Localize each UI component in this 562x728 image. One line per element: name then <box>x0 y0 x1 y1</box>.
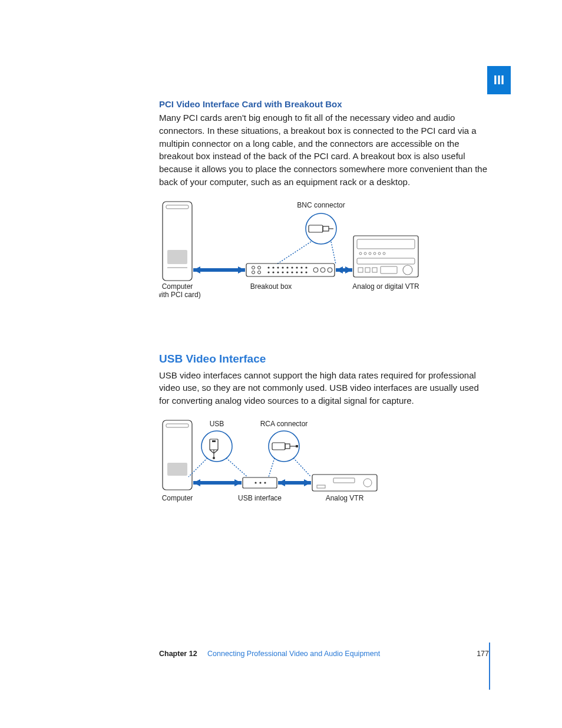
label-computer2: Computer <box>162 494 193 502</box>
svg-rect-8 <box>167 250 187 264</box>
svg-marker-10 <box>193 266 200 274</box>
footer-divider <box>489 643 490 690</box>
svg-point-33 <box>300 271 302 273</box>
svg-rect-53 <box>381 266 397 274</box>
svg-point-37 <box>328 268 332 272</box>
svg-rect-1 <box>309 225 323 232</box>
svg-marker-80 <box>304 479 311 486</box>
svg-point-18 <box>272 266 274 268</box>
svg-rect-42 <box>357 239 415 249</box>
svg-point-21 <box>286 266 288 268</box>
svg-rect-52 <box>372 268 377 272</box>
label-computer-sub: (with PCI card) <box>159 291 201 299</box>
svg-line-68 <box>226 458 247 477</box>
svg-marker-11 <box>238 266 245 274</box>
svg-rect-2 <box>323 226 329 231</box>
label-usbif: USB interface <box>238 494 282 502</box>
svg-rect-12 <box>246 263 335 276</box>
svg-point-83 <box>363 479 372 487</box>
svg-point-48 <box>383 252 385 255</box>
svg-point-58 <box>213 457 215 459</box>
svg-line-67 <box>189 458 207 477</box>
svg-rect-61 <box>285 444 290 449</box>
svg-point-35 <box>313 268 318 272</box>
svg-rect-7 <box>166 205 189 209</box>
svg-rect-63 <box>296 445 298 447</box>
svg-rect-6 <box>163 202 192 281</box>
svg-point-14 <box>258 266 261 269</box>
svg-line-4 <box>277 242 311 264</box>
svg-point-36 <box>320 268 325 272</box>
svg-marker-40 <box>345 266 352 274</box>
diagram-breakout-box: BNC connector <box>159 199 442 317</box>
svg-point-24 <box>300 266 302 268</box>
svg-rect-66 <box>167 463 187 476</box>
svg-rect-64 <box>163 420 192 490</box>
footer-chapter: Chapter 12 <box>159 650 197 658</box>
svg-marker-39 <box>336 266 343 274</box>
subsection-heading-pci: PCI Video Interface Card with Breakout B… <box>159 99 489 109</box>
svg-point-77 <box>264 482 266 483</box>
svg-rect-84 <box>317 485 325 488</box>
svg-line-5 <box>331 242 336 264</box>
section-marker-tab: III <box>487 66 511 94</box>
svg-rect-60 <box>272 443 285 450</box>
label-usb: USB <box>210 420 224 428</box>
svg-point-20 <box>282 266 283 268</box>
svg-point-75 <box>254 482 256 483</box>
svg-point-26 <box>267 271 269 273</box>
svg-point-15 <box>252 271 255 274</box>
svg-point-31 <box>291 271 293 273</box>
svg-rect-82 <box>333 478 355 483</box>
page-content: PCI Video Interface Card with Breakout B… <box>159 99 489 531</box>
section-heading-usb: USB Video Interface <box>159 353 489 365</box>
label-bnc: BNC connector <box>297 201 345 209</box>
svg-point-16 <box>258 271 261 274</box>
label-breakout: Breakout box <box>250 282 292 291</box>
label-vtr: Analog or digital VTR <box>352 282 419 291</box>
svg-point-25 <box>305 266 307 268</box>
svg-point-22 <box>291 266 293 268</box>
svg-marker-72 <box>193 479 200 486</box>
svg-point-46 <box>373 252 376 255</box>
svg-point-44 <box>364 252 366 255</box>
label-rca: RCA connector <box>260 420 308 428</box>
svg-point-55 <box>201 431 232 462</box>
diagram-usb-interface: USB RCA connector <box>159 418 406 524</box>
svg-point-54 <box>403 265 412 275</box>
svg-point-17 <box>267 266 269 268</box>
svg-point-29 <box>282 271 283 273</box>
footer-page-number: 177 <box>477 650 489 658</box>
label-analog-vtr: Analog VTR <box>326 494 364 502</box>
page-footer: Chapter 12 Connecting Professional Video… <box>159 650 489 658</box>
svg-point-43 <box>359 252 362 255</box>
svg-point-28 <box>277 271 279 273</box>
svg-point-13 <box>252 266 255 269</box>
svg-point-45 <box>369 252 371 255</box>
svg-line-69 <box>269 458 275 477</box>
svg-point-19 <box>277 266 279 268</box>
label-computer: Computer <box>162 282 193 291</box>
svg-marker-79 <box>278 479 285 486</box>
svg-point-30 <box>286 271 288 273</box>
svg-rect-57 <box>212 440 216 442</box>
svg-point-32 <box>296 271 297 273</box>
footer-title: Connecting Professional Video and Audio … <box>207 650 380 658</box>
svg-point-27 <box>272 271 274 273</box>
svg-point-23 <box>296 266 297 268</box>
svg-line-70 <box>293 458 311 477</box>
svg-marker-73 <box>234 479 242 486</box>
svg-point-47 <box>378 252 381 255</box>
svg-rect-65 <box>166 424 189 427</box>
svg-rect-50 <box>358 268 363 272</box>
svg-rect-49 <box>357 258 415 264</box>
svg-point-34 <box>305 271 307 273</box>
body-text-pci: Many PCI cards aren't big enough to fit … <box>159 111 489 189</box>
svg-rect-51 <box>365 268 370 272</box>
svg-point-76 <box>259 482 261 483</box>
body-text-usb: USB video interfaces cannot support the … <box>159 369 489 407</box>
